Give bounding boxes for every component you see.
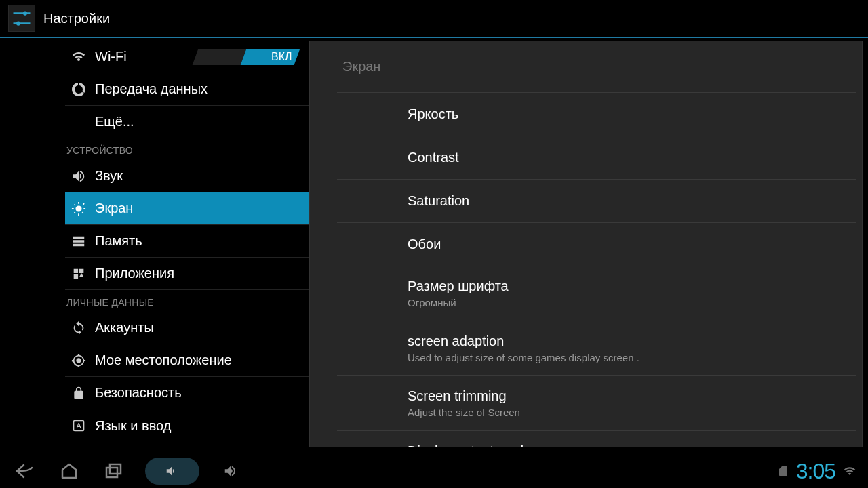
sidebar-label: Приложения bbox=[95, 266, 174, 281]
nav-buttons bbox=[11, 458, 244, 485]
detail-label: Screen trimming bbox=[408, 388, 856, 404]
detail-item-saturation[interactable]: Saturation bbox=[337, 179, 856, 222]
sidebar-item-accounts[interactable]: Аккаунты bbox=[65, 312, 309, 344]
detail-sublabel: Огромный bbox=[408, 297, 856, 308]
detail-sublabel: Adjust the size of Screen bbox=[408, 407, 856, 418]
volume-down-button[interactable] bbox=[145, 458, 199, 485]
sidebar-label: Звук bbox=[95, 168, 123, 184]
sidebar-label: Мое местоположение bbox=[95, 352, 232, 368]
data-usage-icon bbox=[71, 81, 87, 98]
detail-label: Contrast bbox=[408, 150, 856, 165]
volume-up-button[interactable] bbox=[217, 458, 244, 485]
sidebar-label: Память bbox=[95, 233, 142, 249]
detail-label: Saturation bbox=[408, 193, 856, 209]
detail-item-display-output[interactable]: Display output mode Display output mode bbox=[337, 430, 856, 447]
detail-label: Яркость bbox=[408, 106, 856, 122]
section-header-personal: ЛИЧНЫЕ ДАННЫЕ bbox=[0, 290, 309, 312]
status-tray[interactable]: 3:05 bbox=[777, 459, 857, 484]
home-button[interactable] bbox=[56, 458, 83, 485]
sidebar-label: Передача данных bbox=[95, 81, 208, 97]
svg-point-3 bbox=[16, 21, 20, 25]
detail-item-screen-trimming[interactable]: Screen trimming Adjust the size of Scree… bbox=[337, 375, 856, 430]
navigation-bar: 3:05 bbox=[0, 454, 868, 488]
sidebar-item-language[interactable]: A Язык и ввод bbox=[65, 409, 309, 442]
app-title: Настройки bbox=[43, 11, 110, 26]
sidebar-label: Язык и ввод bbox=[95, 418, 171, 434]
svg-point-1 bbox=[23, 11, 27, 15]
sidebar-item-display[interactable]: Экран bbox=[65, 192, 309, 225]
back-button[interactable] bbox=[11, 458, 38, 485]
svg-text:A: A bbox=[76, 422, 81, 430]
detail-panel: Экран Яркость Contrast Saturation Обои Р… bbox=[309, 41, 863, 447]
toggle-on-label: ВКЛ bbox=[271, 51, 292, 63]
location-icon bbox=[71, 352, 87, 369]
apps-icon bbox=[71, 266, 87, 282]
detail-item-screen-adaption[interactable]: screen adaption Used to adjust size of s… bbox=[337, 321, 856, 375]
svg-rect-7 bbox=[110, 464, 121, 474]
app-bar: Настройки bbox=[0, 0, 868, 38]
section-header-device: УСТРОЙСТВО bbox=[0, 138, 309, 160]
clock: 3:05 bbox=[796, 459, 835, 484]
svg-rect-2 bbox=[14, 22, 31, 24]
sidebar-label: Ещё... bbox=[95, 114, 134, 129]
lock-icon bbox=[71, 385, 87, 401]
detail-item-brightness[interactable]: Яркость bbox=[337, 92, 856, 136]
detail-sublabel: Used to adjust size of some games displa… bbox=[408, 352, 856, 363]
detail-pane-wrapper: Экран Яркость Contrast Saturation Обои Р… bbox=[309, 38, 868, 454]
wifi-icon bbox=[71, 49, 87, 65]
sidebar-label: Экран bbox=[95, 201, 133, 216]
sidebar-item-sound[interactable]: Звук bbox=[65, 160, 309, 192]
detail-label: Обои bbox=[408, 237, 856, 252]
display-icon bbox=[71, 201, 87, 217]
svg-rect-6 bbox=[106, 468, 117, 477]
sidebar-item-apps[interactable]: Приложения bbox=[65, 258, 309, 290]
detail-label: Размер шрифта bbox=[408, 279, 856, 294]
sidebar-item-wifi[interactable]: Wi-Fi ВКЛ bbox=[65, 41, 309, 73]
svg-rect-0 bbox=[14, 12, 31, 14]
detail-item-contrast[interactable]: Contrast bbox=[337, 136, 856, 179]
detail-label: screen adaption bbox=[408, 333, 856, 349]
sidebar-item-security[interactable]: Безопасность bbox=[65, 377, 309, 409]
sidebar-item-location[interactable]: Мое местоположение bbox=[65, 344, 309, 377]
settings-sidebar: Wi-Fi ВКЛ Передача данных Ещё... УСТРОЙС… bbox=[0, 38, 309, 454]
wifi-status-icon bbox=[842, 465, 857, 477]
sound-icon bbox=[71, 168, 87, 184]
language-icon: A bbox=[71, 418, 87, 434]
detail-title: Экран bbox=[310, 41, 862, 92]
detail-item-wallpaper[interactable]: Обои bbox=[337, 222, 856, 266]
sidebar-label: Wi-Fi bbox=[95, 49, 127, 64]
settings-app-icon bbox=[8, 5, 35, 32]
storage-icon bbox=[71, 233, 87, 249]
detail-item-font-size[interactable]: Размер шрифта Огромный bbox=[337, 266, 856, 321]
sidebar-label: Безопасность bbox=[95, 385, 182, 401]
sync-icon bbox=[71, 320, 87, 336]
body: Wi-Fi ВКЛ Передача данных Ещё... УСТРОЙС… bbox=[0, 38, 868, 454]
sidebar-item-storage[interactable]: Память bbox=[65, 225, 309, 258]
recent-apps-button[interactable] bbox=[100, 458, 127, 485]
sidebar-label: Аккаунты bbox=[95, 320, 154, 336]
sdcard-icon bbox=[777, 465, 789, 477]
detail-label: Display output mode bbox=[408, 443, 856, 447]
sidebar-item-data-usage[interactable]: Передача данных bbox=[65, 73, 309, 106]
sliders-icon bbox=[12, 8, 32, 28]
sidebar-item-more[interactable]: Ещё... bbox=[65, 106, 309, 138]
wifi-toggle[interactable]: ВКЛ bbox=[195, 49, 297, 65]
